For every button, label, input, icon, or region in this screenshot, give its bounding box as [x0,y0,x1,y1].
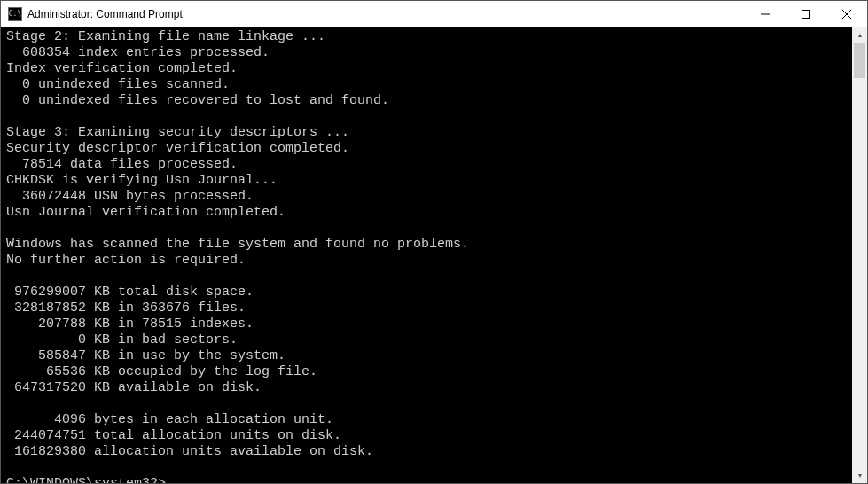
terminal-line: CHKDSK is verifying Usn Journal... [6,173,852,189]
terminal-line: Stage 2: Examining file name linkage ... [6,29,852,45]
terminal-line: Usn Journal verification completed. [6,205,852,221]
close-icon [842,10,851,19]
window-title: Administrator: Command Prompt [27,8,745,20]
terminal-line: 976299007 KB total disk space. [6,285,852,301]
terminal-line [6,109,852,125]
terminal-line: Security descriptor verification complet… [6,141,852,157]
close-button[interactable] [826,1,867,27]
terminal-line [6,221,852,237]
cmd-icon: C:\ [8,7,22,21]
prompt-text: C:\WINDOWS\system32> [6,476,166,483]
terminal-line: 647317520 KB available on disk. [6,380,852,396]
terminal-line [6,460,852,476]
terminal-line: 78514 data files processed. [6,157,852,173]
terminal-line: 328187852 KB in 363676 files. [6,301,852,316]
minimize-icon [761,10,770,19]
scroll-track[interactable] [852,43,867,468]
prompt-line[interactable]: C:\WINDOWS\system32> [6,476,852,483]
scroll-thumb[interactable] [854,43,865,78]
terminal-area: Stage 2: Examining file name linkage ...… [1,27,867,483]
terminal-line: 65536 KB occupied by the log file. [6,364,852,380]
terminal-output[interactable]: Stage 2: Examining file name linkage ...… [1,27,852,483]
terminal-line: Windows has scanned the file system and … [6,237,852,253]
terminal-line: 608354 index entries processed. [6,45,852,61]
terminal-line [6,396,852,412]
terminal-line: Index verification completed. [6,61,852,77]
window-controls [745,1,867,27]
command-prompt-window: C:\ Administrator: Command Prompt Stage … [0,0,868,484]
terminal-line: 0 unindexed files recovered to lost and … [6,93,852,109]
scroll-down-button[interactable]: ▾ [852,468,867,483]
terminal-line: 585847 KB in use by the system. [6,348,852,364]
terminal-line: 161829380 allocation units available on … [6,444,852,460]
terminal-line: 0 KB in bad sectors. [6,332,852,348]
terminal-line: 4096 bytes in each allocation unit. [6,412,852,428]
terminal-line: 207788 KB in 78515 indexes. [6,316,852,332]
terminal-line: No further action is required. [6,253,852,269]
title-bar: C:\ Administrator: Command Prompt [1,1,867,27]
cursor [166,478,173,483]
scrollbar-vertical[interactable]: ▴ ▾ [852,27,867,483]
svg-rect-1 [802,10,810,18]
terminal-line: 36072448 USN bytes processed. [6,189,852,205]
minimize-button[interactable] [745,1,786,27]
terminal-line [6,269,852,285]
terminal-line: Stage 3: Examining security descriptors … [6,125,852,141]
scroll-up-button[interactable]: ▴ [852,27,867,43]
terminal-line: 0 unindexed files scanned. [6,77,852,93]
maximize-button[interactable] [786,1,826,27]
terminal-line: 244074751 total allocation units on disk… [6,428,852,444]
maximize-icon [802,10,810,19]
